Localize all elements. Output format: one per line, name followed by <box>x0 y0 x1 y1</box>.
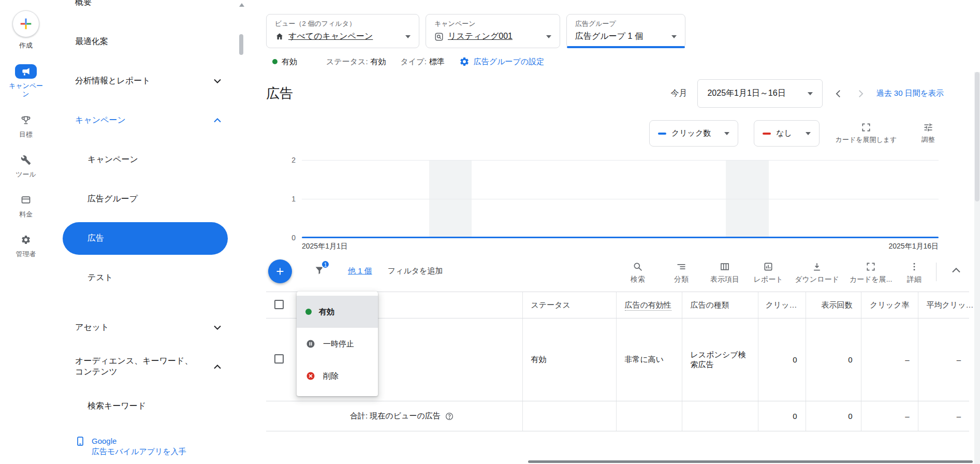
ad-group-selector[interactable]: 広告グループ 広告グループ 1 個 <box>566 14 685 48</box>
select-all-cell <box>266 292 291 318</box>
column-ad-type[interactable]: 広告の種類 <box>682 292 758 318</box>
ad-group-status-dropdown[interactable]: 有効 <box>282 57 297 67</box>
collapse-table-chevron-up[interactable] <box>942 259 966 277</box>
smartphone-icon <box>75 436 85 457</box>
primary-metric-swatch <box>658 133 666 135</box>
rail-item-billing[interactable]: 料金 <box>7 193 45 219</box>
campaign-selector-value[interactable]: リスティング001 <box>448 31 513 42</box>
column-ad-strength[interactable]: 広告の有効性 <box>616 292 682 318</box>
rail-item-admin[interactable]: 管理者 <box>7 233 45 258</box>
download-button[interactable]: ダウンロード <box>790 259 844 284</box>
row-checkbox[interactable] <box>274 354 284 364</box>
mobile-app-link[interactable]: Google 広告モバイルアプリを入手 <box>75 436 186 457</box>
chart-controls: クリック数 なし カードを展開します <box>266 120 944 147</box>
report-chart-icon <box>763 262 773 272</box>
date-range-picker[interactable]: 2025年1月1日～16日 <box>697 79 822 108</box>
download-icon <box>812 262 822 272</box>
column-impressions[interactable]: 表示回数 <box>806 292 861 318</box>
create-button[interactable]: 作成 <box>12 10 39 50</box>
clicks-series-line <box>302 237 939 238</box>
scrollbar-up-arrow[interactable] <box>239 3 244 7</box>
date-range-value: 2025年1月1日～16日 <box>707 88 785 99</box>
sidebar-item-campaigns[interactable]: キャンペーン <box>52 140 247 179</box>
more-options-button[interactable]: 詳細 <box>898 259 931 284</box>
primary-metric-value: クリック数 <box>671 128 711 138</box>
period-label: 今月 <box>670 88 687 99</box>
column-ctr[interactable]: クリック率 <box>861 292 918 318</box>
nav-sidebar: 概要 最適化案 分析情報とレポート キャンペーン キャンペーン <box>52 0 247 464</box>
caret-down-icon <box>546 35 551 38</box>
caret-down-icon <box>724 132 729 135</box>
filter-button[interactable]: 1 <box>314 265 325 276</box>
menu-item-enabled[interactable]: 有効 <box>297 296 378 328</box>
menu-item-paused[interactable]: 一時停止 <box>297 328 378 360</box>
experiments-label: テスト <box>87 272 113 283</box>
campaign-selector[interactable]: キャンペーン リスティング001 <box>426 14 560 48</box>
total-label: 合計: 現在のビューの広告 <box>350 411 441 421</box>
show-last-30-days-link[interactable]: 過去 30 日間を表示 <box>876 89 944 98</box>
secondary-metric-selector[interactable]: なし <box>754 120 820 147</box>
vertical-scrollbar-thumb[interactable] <box>975 72 979 201</box>
expand-table-card-button[interactable]: カードを展... <box>844 259 898 284</box>
column-avg-cpc[interactable]: 平均クリッ… <box>918 292 969 318</box>
enabled-dot-icon <box>272 59 277 64</box>
add-filter-button[interactable]: フィルタを追加 <box>388 266 443 276</box>
sidebar-item-recommendations[interactable]: 最適化案 <box>52 22 247 61</box>
expand-card-button[interactable]: カードを展開します <box>835 122 897 144</box>
view-selector[interactable]: ビュー（2 個のフィルタ） すべてのキャンペーン <box>266 14 419 48</box>
sidebar-item-experiments[interactable]: テスト <box>52 258 247 297</box>
sidebar-item-ads[interactable]: 広告 <box>63 222 228 255</box>
help-icon[interactable] <box>445 412 454 421</box>
sidebar-item-ad-groups[interactable]: 広告グループ <box>52 179 247 219</box>
view-selector-value[interactable]: すべてのキャンペーン <box>288 31 373 42</box>
sidebar-scrollbar[interactable] <box>239 34 243 55</box>
menu-item-removed[interactable]: 削除 <box>297 360 378 392</box>
ads-label: 広告 <box>87 233 104 244</box>
row-select-cell <box>266 318 291 401</box>
table-tools: 検索 分類 表示項目 レポート ダウンロード <box>616 259 966 284</box>
type-label: タイプ: <box>401 57 427 67</box>
ad-group-settings-link[interactable]: 広告グループの設定 <box>474 57 544 67</box>
add-ad-button[interactable] <box>268 259 292 283</box>
sidebar-item-insights[interactable]: 分析情報とレポート <box>52 61 247 100</box>
search-button[interactable]: 検索 <box>616 259 660 284</box>
sidebar-item-overview[interactable]: 概要 <box>52 0 247 22</box>
column-clicks-sorted[interactable]: クリッ… <box>758 292 806 318</box>
menu-paused-label: 一時停止 <box>323 339 354 349</box>
scope-selector-row: ビュー（2 個のフィルタ） すべてのキャンペーン キャンペーン <box>266 14 980 48</box>
overview-label: 概要 <box>75 0 92 7</box>
rail-item-campaigns[interactable]: キャンペーン <box>7 64 45 99</box>
sidebar-section-campaigns[interactable]: キャンペーン <box>52 100 247 140</box>
horizontal-scrollbar-thumb[interactable] <box>528 460 973 463</box>
segment-icon <box>676 262 686 272</box>
more-filters-link[interactable]: 他 1 個 <box>348 266 372 276</box>
create-label: 作成 <box>19 41 33 50</box>
segment-button[interactable]: 分類 <box>660 259 703 284</box>
columns-button[interactable]: 表示項目 <box>703 259 747 284</box>
ad-group-selector-value[interactable]: 広告グループ 1 個 <box>575 31 643 42</box>
sidebar-section-assets[interactable]: アセット <box>52 308 247 347</box>
sidebar-section-audiences[interactable]: オーディエンス、キーワード、コンテンツ <box>52 347 247 386</box>
previous-period-button[interactable] <box>833 88 844 99</box>
next-period-button[interactable] <box>855 88 866 99</box>
column-status[interactable]: ステータス <box>522 292 616 318</box>
page-title: 広告 <box>266 84 293 103</box>
gridline <box>302 199 939 199</box>
caret-down-icon <box>405 35 411 38</box>
billing-card-icon <box>15 193 37 207</box>
sidebar-item-search-keywords[interactable]: 検索キーワード <box>52 386 247 426</box>
pause-circle-icon <box>305 339 316 349</box>
adjust-button[interactable]: 調整 <box>913 122 944 144</box>
search-keywords-label: 検索キーワード <box>87 401 146 412</box>
expand-card-label: カードを展開します <box>836 135 897 144</box>
primary-metric-selector[interactable]: クリック数 <box>649 120 738 147</box>
report-button[interactable]: レポート <box>747 259 790 284</box>
rail-item-tools[interactable]: ツール <box>7 153 45 179</box>
home-icon <box>275 32 284 41</box>
select-all-checkbox[interactable] <box>274 300 284 309</box>
campaign-selector-label: キャンペーン <box>434 19 551 28</box>
settings-gear-icon <box>459 56 470 67</box>
vertical-scrollbar[interactable] <box>974 72 980 464</box>
rail-item-goals[interactable]: 目標 <box>7 113 45 139</box>
more-options-label: 詳細 <box>907 275 922 284</box>
